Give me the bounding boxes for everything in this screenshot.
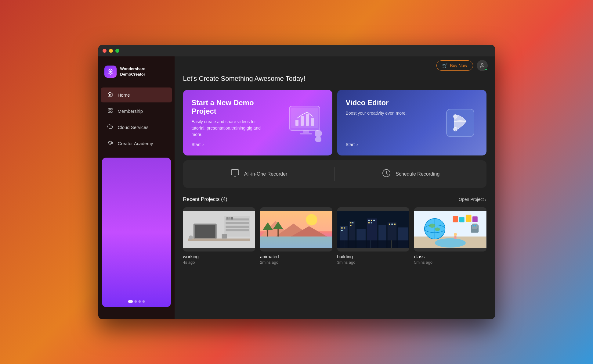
promo-dot-1 bbox=[128, 300, 133, 303]
demo-project-card[interactable]: Start a New Demo Project Easily create a… bbox=[183, 90, 332, 155]
svg-point-78 bbox=[429, 223, 435, 228]
svg-rect-66 bbox=[391, 223, 393, 224]
svg-rect-55 bbox=[344, 227, 345, 228]
svg-point-14 bbox=[315, 130, 322, 137]
svg-rect-9 bbox=[301, 116, 304, 126]
user-account-button[interactable] bbox=[477, 60, 488, 71]
cart-icon: 🛒 bbox=[442, 63, 447, 68]
video-editor-start[interactable]: Start › bbox=[346, 142, 478, 147]
traffic-lights bbox=[103, 49, 119, 53]
promo-dot-3 bbox=[138, 300, 141, 303]
svg-rect-31 bbox=[195, 225, 215, 238]
open-project-link[interactable]: Open Project › bbox=[459, 197, 486, 202]
buy-now-button[interactable]: 🛒 Buy Now bbox=[436, 60, 473, 71]
svg-rect-13 bbox=[300, 133, 312, 134]
project-name-working: working bbox=[183, 254, 255, 259]
home-label: Home bbox=[118, 92, 130, 98]
svg-rect-82 bbox=[466, 215, 472, 222]
membership-label: Membership bbox=[118, 109, 143, 114]
demo-project-start[interactable]: Start › bbox=[192, 142, 324, 147]
project-time-building: 3mins ago bbox=[337, 260, 410, 265]
arrow-right-icon-2: › bbox=[356, 142, 358, 147]
promo-dots bbox=[128, 300, 145, 303]
svg-rect-57 bbox=[350, 222, 351, 223]
promo-dot-4 bbox=[142, 300, 145, 303]
svg-point-0 bbox=[109, 70, 112, 73]
svg-rect-24 bbox=[226, 222, 249, 224]
svg-point-37 bbox=[306, 214, 317, 225]
academy-icon bbox=[107, 140, 114, 147]
video-editor-card[interactable]: Video Editor Boost your creativity even … bbox=[337, 90, 486, 155]
recent-projects-header: Recent Projects (4) Open Project › bbox=[183, 196, 486, 202]
svg-rect-19 bbox=[231, 170, 239, 175]
sidebar-item-home[interactable]: Home bbox=[101, 87, 172, 102]
titlebar bbox=[98, 45, 495, 56]
project-grid: working 4s ago bbox=[183, 207, 486, 265]
sidebar-item-creator-academy[interactable]: Creator Academy bbox=[101, 136, 172, 151]
hero-cards: Start a New Demo Project Easily create a… bbox=[183, 90, 486, 155]
svg-point-5 bbox=[481, 63, 483, 65]
svg-rect-29 bbox=[231, 217, 233, 219]
user-icon bbox=[479, 63, 485, 68]
buy-now-label: Buy Now bbox=[450, 63, 467, 68]
video-editor-title: Video Editor bbox=[346, 98, 425, 107]
sidebar-item-cloud-services[interactable]: Cloud Services bbox=[101, 120, 172, 135]
close-button[interactable] bbox=[103, 49, 107, 53]
project-name-animated: animated bbox=[260, 254, 332, 259]
demo-project-title: Start a New Demo Project bbox=[192, 98, 271, 116]
svg-rect-15 bbox=[315, 137, 321, 142]
maximize-button[interactable] bbox=[115, 49, 119, 53]
home-icon bbox=[107, 91, 114, 98]
project-card-building[interactable]: building 3mins ago bbox=[337, 207, 410, 265]
project-card-class[interactable]: class 5mins ago bbox=[414, 207, 486, 265]
svg-rect-2 bbox=[110, 108, 112, 110]
svg-rect-63 bbox=[368, 222, 370, 223]
svg-point-87 bbox=[475, 225, 476, 227]
demo-project-description: Easily create and share videos for tutor… bbox=[192, 119, 271, 138]
sidebar-item-membership[interactable]: Membership bbox=[101, 104, 172, 119]
project-thumb-class bbox=[414, 207, 486, 252]
svg-rect-41 bbox=[260, 237, 332, 248]
topbar: 🛒 Buy Now bbox=[175, 56, 495, 75]
recent-projects-title: Recent Projects (4) bbox=[183, 196, 228, 202]
all-in-one-recorder-button[interactable]: All-in-One Recorder bbox=[183, 160, 335, 188]
schedule-recording-button[interactable]: Schedule Recording bbox=[335, 160, 486, 188]
svg-rect-65 bbox=[389, 223, 390, 224]
page-title: Let's Create Something Awesome Today! bbox=[183, 75, 486, 83]
project-thumb-animated bbox=[260, 207, 332, 252]
project-card-working[interactable]: working 4s ago bbox=[183, 207, 255, 265]
svg-rect-62 bbox=[373, 220, 375, 221]
svg-rect-10 bbox=[306, 114, 309, 126]
schedule-label: Schedule Recording bbox=[396, 171, 439, 177]
project-thumb-building bbox=[337, 207, 410, 252]
svg-rect-83 bbox=[472, 216, 478, 222]
sidebar: Wondershare DemoCreator Home bbox=[98, 56, 175, 319]
svg-rect-85 bbox=[472, 223, 478, 229]
promo-dot-2 bbox=[134, 300, 137, 303]
cloud-icon bbox=[107, 124, 114, 131]
svg-rect-59 bbox=[350, 225, 351, 226]
project-name-class: class bbox=[414, 254, 486, 259]
online-status-dot bbox=[485, 68, 487, 71]
svg-rect-67 bbox=[394, 223, 395, 224]
svg-rect-3 bbox=[108, 111, 110, 112]
svg-rect-7 bbox=[291, 108, 318, 128]
app-body: Wondershare DemoCreator Home bbox=[98, 56, 495, 319]
svg-point-17 bbox=[454, 115, 457, 118]
svg-rect-81 bbox=[459, 217, 465, 222]
main-content: 🛒 Buy Now Let's Create Something Awesome… bbox=[175, 56, 495, 319]
svg-rect-1 bbox=[108, 108, 110, 110]
svg-rect-58 bbox=[352, 222, 353, 223]
svg-rect-64 bbox=[371, 222, 372, 223]
svg-rect-28 bbox=[229, 217, 230, 219]
svg-rect-11 bbox=[311, 118, 314, 126]
svg-rect-32 bbox=[188, 238, 250, 241]
svg-point-18 bbox=[454, 127, 457, 131]
project-time-animated: 2mins ago bbox=[260, 260, 332, 265]
app-logo-text: Wondershare DemoCreator bbox=[120, 66, 146, 77]
minimize-button[interactable] bbox=[109, 49, 113, 53]
project-card-animated[interactable]: animated 2mins ago bbox=[260, 207, 332, 265]
svg-rect-80 bbox=[453, 216, 458, 222]
video-editor-description: Boost your creativity even more. bbox=[346, 110, 425, 116]
svg-rect-68 bbox=[337, 240, 410, 248]
